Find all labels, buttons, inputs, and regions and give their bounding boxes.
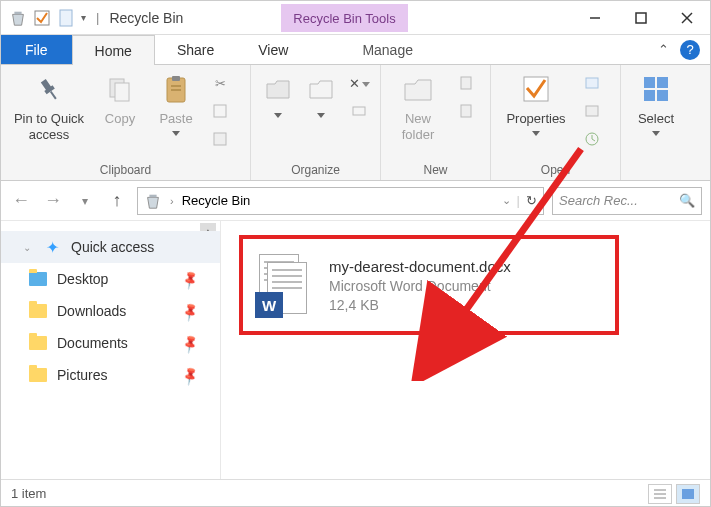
chevron-down-icon [652,131,660,136]
pin-to-quick-access-label: Pin to Quick access [9,111,89,142]
breadcrumb-location[interactable]: Recycle Bin [182,193,251,208]
pin-icon: 📌 [179,332,201,353]
new-folder-icon [402,73,434,105]
navigation-pane: ▲ ⌄ ✦ Quick access Desktop 📌 Downloads 📌… [1,221,221,479]
svg-rect-2 [60,10,72,26]
body: ▲ ⌄ ✦ Quick access Desktop 📌 Downloads 📌… [1,221,710,479]
scissors-icon: ✂ [215,76,226,91]
delete-button[interactable]: ✕ [346,71,372,95]
properties-icon [520,73,552,105]
titlebar: ▾ | Recycle Bin Recycle Bin Tools [1,1,710,35]
copy-label: Copy [105,111,135,127]
copy-button[interactable]: Copy [95,71,145,127]
view-details-button[interactable] [648,484,672,504]
item-count: 1 item [11,486,46,501]
folder-icon [29,334,47,352]
svg-rect-22 [586,78,598,88]
svg-rect-23 [586,106,598,116]
edit-button[interactable] [579,99,605,123]
tab-file[interactable]: File [1,35,72,64]
recent-locations-button[interactable]: ▾ [73,189,97,213]
svg-rect-11 [115,83,129,101]
new-folder-button[interactable]: New folder [389,71,447,142]
folder-icon [29,302,47,320]
context-tool-tab[interactable]: Recycle Bin Tools [281,4,407,32]
close-button[interactable] [664,1,710,35]
open-button[interactable] [579,71,605,95]
search-icon[interactable]: 🔍 [679,193,695,208]
file-item[interactable]: W my-dearest-document.docx Microsoft Wor… [239,235,619,335]
select-label: Select [638,111,674,127]
content-pane[interactable]: W my-dearest-document.docx Microsoft Wor… [221,221,710,479]
ribbon-group-clipboard: Pin to Quick access Copy Paste ✂ [1,65,251,180]
history-button[interactable] [579,127,605,151]
address-dropdown-icon[interactable]: ⌄ [502,194,511,207]
ribbon-tabs: File Home Share View Manage ⌃ ? [1,35,710,65]
view-tiles-button[interactable] [676,484,700,504]
ribbon-collapse-button[interactable]: ⌃ [652,42,674,57]
tree-quick-access[interactable]: ⌄ ✦ Quick access [1,231,220,263]
copy-to-button[interactable] [303,71,341,118]
tree-item-desktop[interactable]: Desktop 📌 [1,263,220,295]
properties-button[interactable]: Properties [499,71,573,136]
properties-label: Properties [506,111,565,127]
back-button[interactable]: ← [9,189,33,213]
cut-button[interactable]: ✂ [207,71,233,95]
star-icon: ✦ [43,238,61,256]
select-button[interactable]: Select [629,71,683,136]
tab-manage[interactable]: Manage [340,35,435,64]
tree-item-downloads[interactable]: Downloads 📌 [1,295,220,327]
qat-dropdown-icon[interactable]: ▾ [81,12,86,23]
rename-button[interactable] [346,99,372,123]
tree-label: Pictures [57,367,108,383]
chevron-down-icon [274,113,282,118]
refresh-button[interactable]: ↻ [526,193,537,208]
up-button[interactable]: ↑ [105,189,129,213]
chevron-down-icon[interactable]: ⌄ [23,242,31,253]
ribbon-group-select: Select [621,65,691,180]
search-box[interactable]: Search Rec... 🔍 [552,187,702,215]
svg-rect-15 [171,89,181,91]
paste-label: Paste [159,111,192,127]
svg-rect-26 [657,77,668,88]
move-to-button[interactable] [259,71,297,118]
paste-button[interactable]: Paste [151,71,201,136]
tree-item-pictures[interactable]: Pictures 📌 [1,359,220,391]
forward-button[interactable]: → [41,189,65,213]
svg-rect-13 [172,76,180,81]
address-bar[interactable]: › Recycle Bin ⌄ | ↻ [137,187,544,215]
group-label-clipboard: Clipboard [1,163,250,180]
svg-rect-18 [353,107,365,115]
help-button[interactable]: ? [680,40,700,60]
chevron-down-icon [172,131,180,136]
copy-path-button[interactable] [207,99,233,123]
file-info: my-dearest-document.docx Microsoft Word … [329,258,511,313]
tab-view[interactable]: View [236,35,310,64]
ribbon: Pin to Quick access Copy Paste ✂ [1,65,710,181]
easy-access-button[interactable] [453,99,479,123]
tab-home[interactable]: Home [72,35,155,65]
file-name: my-dearest-document.docx [329,258,511,275]
svg-rect-17 [214,133,226,145]
svg-rect-0 [14,11,21,14]
new-item-button[interactable] [453,71,479,95]
tree-item-documents[interactable]: Documents 📌 [1,327,220,359]
maximize-button[interactable] [618,1,664,35]
svg-rect-33 [682,489,694,499]
checkbox-icon[interactable] [33,9,51,27]
svg-rect-29 [149,194,156,197]
pin-to-quick-access-button[interactable]: Pin to Quick access [9,71,89,142]
group-label-select [621,163,691,180]
new-folder-label: New folder [389,111,447,142]
tab-share[interactable]: Share [155,35,236,64]
file-type: Microsoft Word Document [329,278,511,294]
status-bar: 1 item [1,479,710,507]
copy-to-icon [305,73,337,105]
chevron-right-icon[interactable]: › [170,195,174,207]
document-icon[interactable] [57,9,75,27]
pushpin-icon [33,73,65,105]
copy-icon [104,73,136,105]
paste-shortcut-button[interactable] [207,127,233,151]
minimize-button[interactable] [572,1,618,35]
svg-rect-14 [171,85,181,87]
